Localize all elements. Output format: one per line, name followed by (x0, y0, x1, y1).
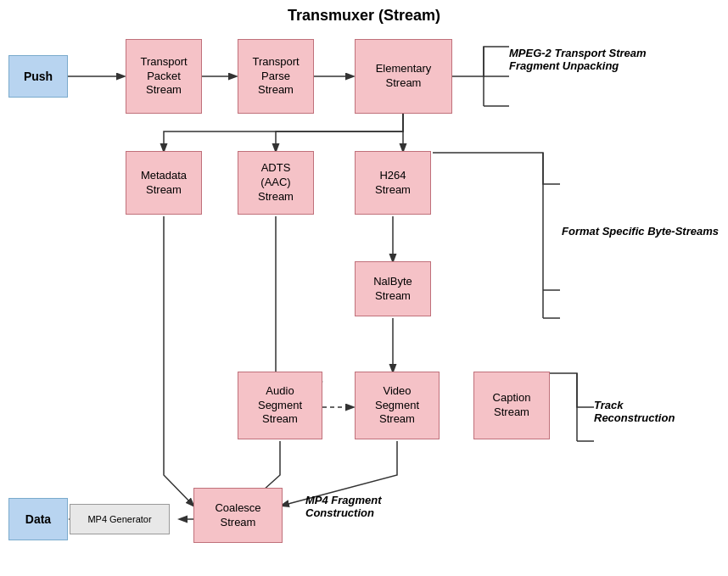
node-adts: ADTS(AAC)Stream (238, 151, 314, 215)
label-format: Format Specific Byte-Streams (562, 225, 723, 238)
node-transport-parse: TransportParseStream (238, 39, 314, 114)
label-mp4frag: MP4 FragmentConstruction (305, 494, 475, 519)
diagram: Transmuxer (Stream) (0, 0, 728, 576)
node-data: Data (8, 498, 68, 540)
node-caption: CaptionStream (473, 372, 550, 439)
node-coalesce: CoalesceStream (193, 488, 283, 543)
label-mpeg2: MPEG-2 Transport StreamFragment Unpackin… (509, 47, 713, 72)
node-metadata: MetadataStream (126, 151, 202, 215)
node-video-segment: VideoSegmentStream (355, 372, 440, 439)
node-push: Push (8, 55, 68, 98)
label-track: TrackReconstruction (594, 399, 721, 424)
diagram-title: Transmuxer (Stream) (0, 7, 728, 25)
node-nalbyte: NalByteStream (355, 261, 431, 316)
node-transport-packet: TransportPacketStream (126, 39, 202, 114)
node-mp4-generator: MP4 Generator (70, 504, 170, 534)
node-elementary: ElementaryStream (355, 39, 452, 114)
node-h264: H264Stream (355, 151, 431, 215)
node-audio-segment: AudioSegmentStream (238, 372, 322, 439)
